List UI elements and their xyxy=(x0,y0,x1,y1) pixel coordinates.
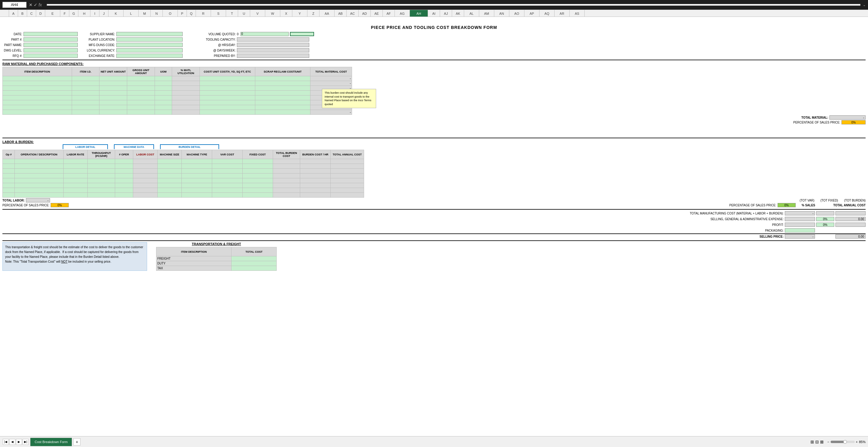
rm-gross-4[interactable] xyxy=(127,91,155,95)
rm-uom-8[interactable] xyxy=(155,110,172,115)
rm-cost-8[interactable] xyxy=(200,110,255,115)
view-page-layout-icon[interactable]: ⊟ xyxy=(815,440,819,444)
col-W[interactable]: W xyxy=(265,10,280,17)
lb-desc-6[interactable] xyxy=(15,183,63,188)
lb-op-6[interactable] xyxy=(3,183,15,188)
rm-uom-7[interactable] xyxy=(155,105,172,110)
col-S[interactable]: S xyxy=(211,10,226,17)
lb-desc-5[interactable] xyxy=(15,178,63,183)
col-AQ[interactable]: AQ xyxy=(539,10,555,17)
rm-scrap-5[interactable] xyxy=(255,95,310,100)
rm-util-7[interactable] xyxy=(172,105,200,110)
rm-desc-5[interactable] xyxy=(3,95,72,100)
lb-fixed-6[interactable] xyxy=(242,183,273,188)
exchangerate-input[interactable] xyxy=(116,54,183,58)
rm-cost-3[interactable] xyxy=(200,86,255,91)
rm-cost-5[interactable] xyxy=(200,95,255,100)
rm-id-8[interactable] xyxy=(72,110,99,115)
lb-msize-8[interactable] xyxy=(157,193,182,198)
col-AC[interactable]: AC xyxy=(347,10,359,17)
rm-scrap-4[interactable] xyxy=(255,91,310,95)
rm-scrap-6[interactable] xyxy=(255,100,310,105)
col-J[interactable]: J xyxy=(99,10,108,17)
rm-cost-6[interactable] xyxy=(200,100,255,105)
col-B[interactable]: B xyxy=(18,10,27,17)
rm-desc-4[interactable] xyxy=(3,91,72,95)
lb-mtype-1[interactable] xyxy=(182,159,212,164)
rm-gross-2[interactable] xyxy=(127,81,155,86)
rm-gross-1[interactable] xyxy=(127,76,155,81)
lb-msize-7[interactable] xyxy=(157,188,182,193)
lb-mtype-3[interactable] xyxy=(182,169,212,173)
col-A[interactable]: A xyxy=(9,10,18,17)
rm-cost-2[interactable] xyxy=(200,81,255,86)
lb-op-8[interactable] xyxy=(3,193,15,198)
rm-gross-7[interactable] xyxy=(127,105,155,110)
col-AG[interactable]: AG xyxy=(395,10,410,17)
preparedby-input[interactable] xyxy=(237,54,309,58)
col-AR[interactable]: AR xyxy=(555,10,569,17)
view-normal-icon[interactable]: ⊞ xyxy=(810,440,814,444)
view-page-break-icon[interactable]: ⊠ xyxy=(820,440,824,444)
lb-var-3[interactable] xyxy=(212,169,243,173)
lb-rate-4[interactable] xyxy=(63,173,88,178)
col-AB[interactable]: AB xyxy=(335,10,347,17)
col-AF[interactable]: AF xyxy=(383,10,395,17)
rm-scrap-2[interactable] xyxy=(255,81,310,86)
col-Q[interactable]: Q xyxy=(187,10,196,17)
rm-scrap-1[interactable] xyxy=(255,76,310,81)
lb-desc-4[interactable] xyxy=(15,173,63,178)
cancel-icon[interactable]: ✕ xyxy=(29,2,33,7)
formula-icon[interactable]: fx xyxy=(38,2,42,7)
rfq-input[interactable] xyxy=(24,54,78,58)
lb-rate-3[interactable] xyxy=(63,169,88,173)
lb-noper-4[interactable] xyxy=(115,173,133,178)
rm-net-7[interactable] xyxy=(99,105,127,110)
supplier-input[interactable] xyxy=(116,32,183,36)
rm-cost-7[interactable] xyxy=(200,105,255,110)
rm-scrap-8[interactable] xyxy=(255,110,310,115)
lb-op-1[interactable] xyxy=(3,159,15,164)
lb-var-2[interactable] xyxy=(212,164,243,169)
rm-uom-1[interactable] xyxy=(155,76,172,81)
lb-tp-7[interactable] xyxy=(88,188,115,193)
lb-desc-7[interactable] xyxy=(15,188,63,193)
col-AJ[interactable]: AJ xyxy=(440,10,452,17)
col-P[interactable]: P xyxy=(178,10,187,17)
rm-id-4[interactable] xyxy=(72,91,99,95)
profit-pct[interactable]: 0% xyxy=(816,223,834,227)
rm-desc-8[interactable] xyxy=(3,110,72,115)
lb-var-4[interactable] xyxy=(212,173,243,178)
lb-msize-5[interactable] xyxy=(157,178,182,183)
col-H[interactable]: H xyxy=(79,10,90,17)
lb-noper-8[interactable] xyxy=(115,193,133,198)
lb-tp-5[interactable] xyxy=(88,178,115,183)
lb-rate-7[interactable] xyxy=(63,188,88,193)
lb-msize-3[interactable] xyxy=(157,169,182,173)
partnum-input[interactable] xyxy=(24,37,78,41)
rm-net-1[interactable] xyxy=(99,76,127,81)
volume-input[interactable]: 0 xyxy=(241,32,289,36)
zoom-slider-handle[interactable] xyxy=(843,440,847,444)
lb-fixed-5[interactable] xyxy=(242,178,273,183)
rm-id-2[interactable] xyxy=(72,81,99,86)
lb-rate-1[interactable] xyxy=(63,159,88,164)
zoom-slider[interactable] xyxy=(831,441,855,443)
lb-desc-8[interactable] xyxy=(15,193,63,198)
col-E[interactable]: E xyxy=(45,10,60,17)
col-AH[interactable]: AH xyxy=(410,10,428,17)
col-AI[interactable]: AI xyxy=(428,10,440,17)
lb-op-4[interactable] xyxy=(3,173,15,178)
lb-fixed-7[interactable] xyxy=(242,188,273,193)
dwglevel-input[interactable] xyxy=(24,48,78,53)
rm-util-6[interactable] xyxy=(172,100,200,105)
rm-util-2[interactable] xyxy=(172,81,200,86)
col-I[interactable]: I xyxy=(90,10,99,17)
rm-cost-1[interactable] xyxy=(200,76,255,81)
lb-fixed-2[interactable] xyxy=(242,164,273,169)
lb-rate-8[interactable] xyxy=(63,193,88,198)
col-AK[interactable]: AK xyxy=(452,10,464,17)
lb-msize-2[interactable] xyxy=(157,164,182,169)
zoom-in-button[interactable]: + xyxy=(856,440,858,444)
rm-id-7[interactable] xyxy=(72,105,99,110)
